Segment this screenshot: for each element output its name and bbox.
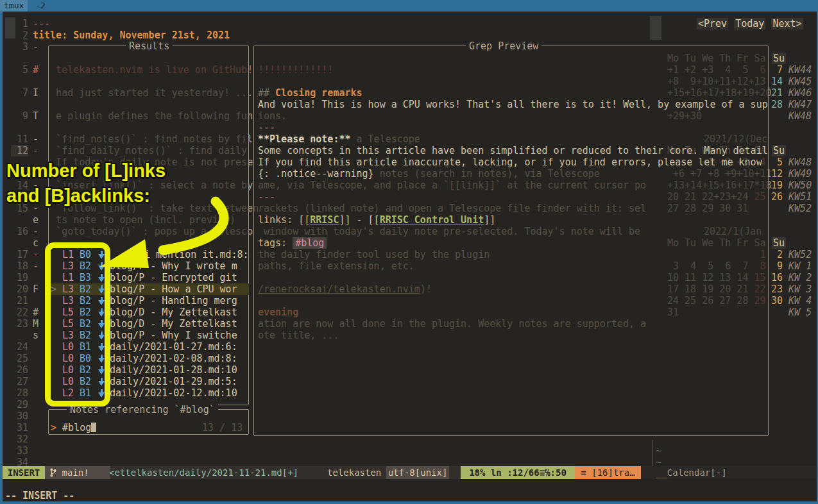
buffer-line: 25 bbox=[11, 353, 33, 364]
buffer-line: 19 bbox=[11, 272, 33, 283]
preview-line: tags: #blog bbox=[258, 237, 327, 249]
buffer-line: 23M bbox=[11, 318, 38, 330]
preview-line: ## Closing remarks bbox=[258, 87, 362, 99]
preview-window-title: Grep Preview bbox=[466, 40, 541, 52]
preview-line: the daily finder tool used by the plugin bbox=[258, 249, 490, 260]
calendar-today-button[interactable]: Today bbox=[734, 18, 765, 29]
buffer-line: 24 bbox=[11, 341, 33, 353]
preview-line: paths, file extension, etc. bbox=[258, 260, 414, 272]
buffer-line: 31 bbox=[11, 422, 33, 433]
buffer-line: 3- bbox=[11, 41, 38, 53]
preview-line: **Please note:** a Telescope bbox=[258, 133, 420, 145]
mode-indicator: INSERT bbox=[3, 466, 45, 479]
command-line-mode: -- INSERT -- bbox=[5, 490, 74, 501]
buffer-line: 20F bbox=[11, 283, 38, 295]
calendar-date-row[interactable]: 30 KW 4 bbox=[771, 295, 812, 307]
preview-line: ote title, ... bbox=[258, 330, 339, 341]
calendar-date-row[interactable]: 5 KW48 bbox=[771, 156, 812, 168]
trailing-whitespace-warning: ≡ [16]tra… bbox=[575, 466, 641, 479]
preview-line: Some concepts in this article have been … bbox=[258, 145, 768, 156]
tmux-window-name: -2 bbox=[28, 1, 45, 10]
preview-line: If you find this article inaccurate, lac… bbox=[258, 156, 762, 168]
buffer-line: 33 bbox=[11, 445, 33, 457]
calendar-date-row[interactable]: 9 KW 1 bbox=[771, 260, 812, 272]
text-cursor bbox=[91, 423, 96, 432]
preview-line: {: .notice--warning} notes (search in no… bbox=[258, 168, 600, 180]
preview-line: links: [[RRISC]] - [[RRISC Control Unit]… bbox=[258, 214, 495, 226]
preview-line: ions. bbox=[258, 110, 287, 122]
annotation-highlight-box bbox=[45, 242, 110, 407]
preview-line: ame, via Telescope, and place a `[[link]… bbox=[258, 180, 646, 191]
calendar-date-row[interactable]: 7 KW44 bbox=[771, 64, 812, 76]
preview-line: window with today's daily note pre-selec… bbox=[258, 226, 640, 237]
scroll-indicator-block bbox=[650, 16, 661, 40]
calendar-date-row[interactable]: 23 KW 3 bbox=[771, 283, 812, 295]
wiki-link[interactable]: RRISC Control Unit bbox=[380, 214, 484, 226]
preview-line: !!!!!!!!!!!!! bbox=[258, 64, 333, 76]
calendar-date-row[interactable]: 21 KW46 bbox=[771, 87, 812, 99]
tmux-neovim-screen: { "tmux": {"app": "tmux", "rest": " -2"}… bbox=[0, 0, 818, 504]
results-window-title: Results bbox=[126, 40, 173, 52]
buffer-line: c bbox=[11, 237, 38, 249]
buffer-line: 17- bbox=[11, 249, 38, 260]
calendar-next-button[interactable]: Next> bbox=[771, 18, 803, 29]
buffer-line: 27 bbox=[11, 376, 33, 387]
filename: <ettelkasten/daily/2021-11-21.md[+] bbox=[109, 466, 298, 479]
buffer-line: s bbox=[11, 330, 38, 341]
calendar-date-row[interactable]: 19 KW50 bbox=[771, 180, 812, 191]
plugin-name: telekasten bbox=[327, 466, 381, 479]
empty-line-tilde: ~ bbox=[656, 445, 661, 457]
preview-line: ation are now all done in the plugin. We… bbox=[258, 318, 646, 330]
fold-column-block bbox=[5, 17, 15, 38]
calendar-week-label: KW 5 bbox=[788, 307, 812, 318]
buffer-line: 26 bbox=[11, 364, 33, 376]
buffer-line: 32 bbox=[11, 433, 33, 445]
result-count: 13 / 13 bbox=[202, 422, 243, 433]
prompt-caret: > bbox=[51, 422, 62, 433]
calendar-date-row[interactable]: 26 KW51 bbox=[771, 191, 812, 203]
tag-chip[interactable]: #blog bbox=[293, 237, 327, 249]
calendar-sunday-header: Su bbox=[772, 145, 786, 156]
calendar-sunday-header: Su bbox=[772, 237, 786, 249]
calendar-nav: <Prev Today Next> bbox=[697, 18, 803, 29]
wiki-link[interactable]: RRISC bbox=[310, 214, 339, 226]
calendar-date-row[interactable]: 16 KW 2 bbox=[771, 272, 812, 283]
tmux-title-bar: tmux -2 bbox=[0, 0, 818, 12]
buffer-line: 22# bbox=[11, 307, 38, 318]
buffer-line: 21 bbox=[11, 295, 33, 307]
prompt-input[interactable]: > #blog bbox=[51, 422, 96, 433]
repo-link[interactable]: /renerocksai/telekasten.nvim bbox=[258, 283, 420, 295]
calendar-date-row[interactable]: 2 KW52 bbox=[771, 249, 812, 260]
calendar-date-row[interactable]: 12 KW49 bbox=[771, 168, 812, 180]
terminal-screen: 1--- 2title: Sunday, November 21st, 2021… bbox=[3, 12, 817, 501]
encoding-indicator: utf-8[unix] bbox=[386, 466, 449, 479]
git-branch-segment: main! bbox=[45, 466, 110, 479]
buffer-line: 18- bbox=[11, 260, 38, 272]
calendar-prev-button[interactable]: <Prev bbox=[697, 18, 728, 29]
preview-line: /renerocksai/telekasten.nvim)! bbox=[258, 283, 432, 295]
cursor-position: 18% ln :12/66≡℅:50 bbox=[461, 466, 575, 479]
tmux-tab[interactable]: tmux bbox=[0, 0, 28, 12]
preview-line: rackets (linked note) and open a Telesco… bbox=[258, 203, 646, 214]
preview-line: evening bbox=[258, 307, 298, 318]
calendar-week-label: KW52 bbox=[788, 203, 812, 214]
buffer-line: 1--- bbox=[11, 18, 50, 29]
preview-line: --- bbox=[258, 122, 275, 133]
buffer-line: 2title: Sunday, November 21st, 2021 bbox=[11, 29, 230, 41]
calendar-week-label: KW48 bbox=[788, 110, 812, 122]
window-separator bbox=[652, 440, 653, 466]
status-line: INSERT main! <ettelkasten/daily/2021-11-… bbox=[3, 466, 817, 479]
calendar-date-row[interactable]: 14 KW45 bbox=[771, 76, 812, 87]
preview-line: And voila! This is how a CPU works! That… bbox=[258, 99, 768, 110]
git-branch-icon bbox=[50, 468, 56, 477]
preview-line: --- bbox=[258, 191, 275, 203]
calendar-buffer-statusline: __Calendar[-] bbox=[641, 466, 817, 479]
buffer-line: 29 bbox=[11, 399, 33, 410]
annotation-line-2: and [B]acklinks: bbox=[6, 185, 150, 206]
buffer-line: 28 bbox=[11, 387, 33, 399]
calendar-sunday-header: Su bbox=[772, 53, 786, 64]
annotation-line-1: Number of [L]inks bbox=[6, 160, 166, 181]
buffer-line: 30 bbox=[11, 410, 33, 422]
prompt-value: #blog bbox=[62, 422, 91, 433]
calendar-date-row[interactable]: 28 KW47 bbox=[771, 99, 812, 110]
